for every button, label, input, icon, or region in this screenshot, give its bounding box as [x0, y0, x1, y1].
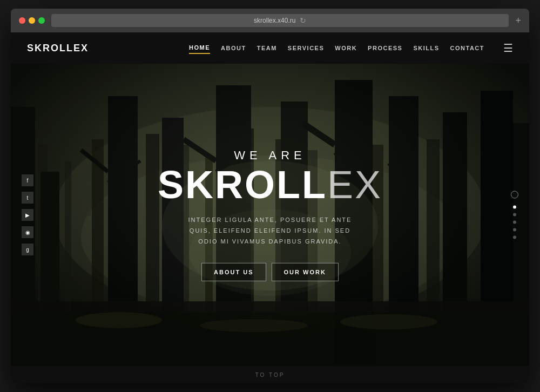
youtube-icon[interactable]: ▶ — [22, 209, 33, 221]
refresh-icon[interactable]: ↻ — [300, 16, 306, 25]
nav-dot-2[interactable] — [513, 213, 516, 217]
website: SKROLLEX HOME ABOUT TEAM SERVICES WORK P… — [11, 32, 529, 383]
url-text: skrollex.x40.ru — [254, 17, 295, 24]
nav-home[interactable]: HOME — [189, 42, 210, 54]
instagram-icon[interactable]: ◉ — [22, 226, 33, 238]
hamburger-icon[interactable]: ☰ — [503, 42, 513, 55]
nav-dot-4[interactable] — [513, 228, 516, 232]
footer-bar: TO TOP — [11, 366, 529, 383]
hero-subtitle: WE ARE — [158, 148, 382, 163]
window-controls — [19, 17, 45, 24]
hero-desc-line3: ODIO MI VIVAMUS DAPIBUS GRAVIDA. — [158, 236, 382, 247]
hero-content: WE ARE SKROLLEX INTEGER LIGULA ANTE, POS… — [158, 148, 382, 281]
hero-description: INTEGER LIGULA ANTE, POSUERE ET ANTE QUI… — [158, 215, 382, 247]
new-tab-button[interactable]: + — [515, 15, 521, 26]
nav-dot-5[interactable] — [513, 236, 516, 239]
page-navigation — [511, 191, 518, 239]
logo-part2: EX — [73, 43, 89, 53]
our-work-button[interactable]: OUR WORK — [272, 263, 339, 281]
nav-dot-3[interactable] — [513, 221, 516, 224]
minimize-button[interactable] — [29, 17, 35, 24]
hero-desc-line1: INTEGER LIGULA ANTE, POSUERE ET ANTE — [158, 215, 382, 226]
nav-about[interactable]: ABOUT — [221, 43, 246, 53]
site-logo[interactable]: SKROLLEX — [27, 43, 89, 54]
twitter-icon[interactable]: t — [22, 192, 33, 204]
nav-work[interactable]: WORK — [335, 43, 357, 53]
hero-title: SKROLLEX — [158, 165, 382, 204]
to-top-link[interactable]: TO TOP — [255, 372, 285, 378]
nav-services[interactable]: SERVICES — [288, 43, 324, 53]
hero-buttons: ABOUT US OUR WORK — [158, 263, 382, 281]
browser-window: skrollex.x40.ru ↻ + SKROLLEX HOME ABOUT … — [11, 9, 529, 383]
hero-section: f t ▶ ◉ g WE ARE SKROLLEX — [11, 64, 529, 366]
close-button[interactable] — [19, 17, 25, 24]
facebook-icon[interactable]: f — [22, 174, 33, 186]
navbar: SKROLLEX HOME ABOUT TEAM SERVICES WORK P… — [11, 32, 529, 64]
maximize-button[interactable] — [38, 17, 45, 24]
browser-chrome: skrollex.x40.ru ↻ + — [11, 9, 529, 32]
hero-title-thin: EX — [327, 163, 382, 206]
nav-team[interactable]: TEAM — [257, 43, 277, 53]
nav-dot-1[interactable] — [513, 206, 516, 209]
hero-desc-line2: QUIS, ELEIFEND ELEIFEND IPSUM. IN SED — [158, 226, 382, 236]
nav-links: HOME ABOUT TEAM SERVICES WORK PROCESS SK… — [189, 42, 513, 55]
social-sidebar: f t ▶ ◉ g — [22, 174, 33, 255]
google-icon[interactable]: g — [22, 244, 33, 255]
nav-dot-circle[interactable] — [511, 191, 518, 199]
nav-skills[interactable]: SKILLS — [413, 43, 439, 53]
logo-part1: SKROLL — [27, 43, 73, 53]
nav-process[interactable]: PROCESS — [368, 43, 402, 53]
nav-contact[interactable]: CONTACT — [450, 43, 484, 53]
hero-title-bold: SKROLL — [158, 163, 327, 206]
address-bar[interactable]: skrollex.x40.ru ↻ — [51, 14, 509, 27]
about-us-button[interactable]: ABOUT US — [201, 263, 266, 281]
